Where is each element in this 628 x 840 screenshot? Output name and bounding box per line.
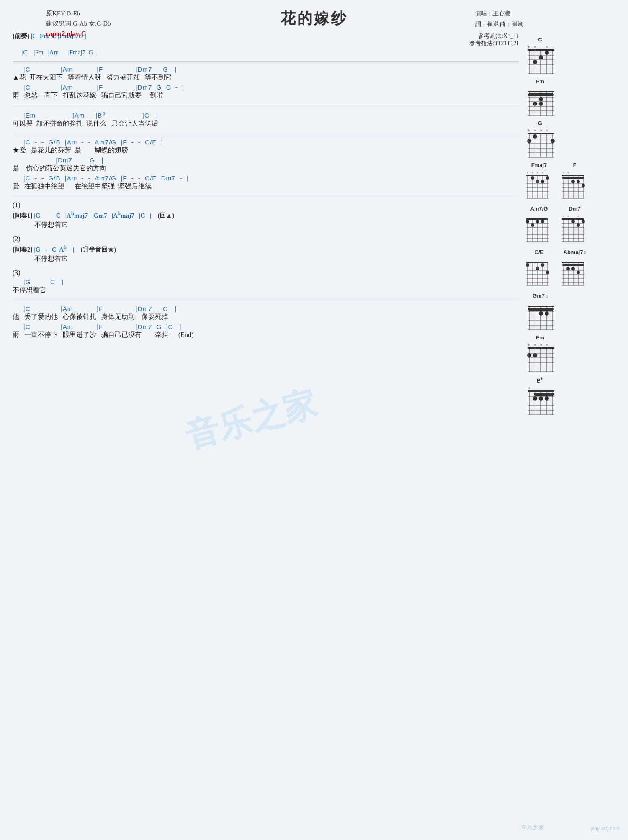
svg-point-66 <box>531 176 534 180</box>
svg-point-151 <box>566 267 570 270</box>
svg-rect-197 <box>534 393 554 396</box>
chord-name-G: G <box>538 120 542 126</box>
main-content: [前奏] |C |Fm |C |Fmaj7 G | 参考刷法:X↑_↑↓ 参考指… <box>13 32 615 416</box>
interlude2-block: (2) [间奏2] |G - C Ab | (升半音回★) 不停想着它 <box>13 235 519 263</box>
gm7-fret: 3 <box>546 294 548 298</box>
svg-text:o: o <box>540 343 542 347</box>
chorus-block: |C - - G/B |Am - - Am7/G |F - - C/E | ★爱… <box>13 139 519 191</box>
svg-rect-36 <box>528 133 554 134</box>
svg-text:x: x <box>562 171 564 174</box>
interlude3-num: (3) <box>13 269 519 277</box>
svg-text:o: o <box>542 171 543 174</box>
interlude1-return: (回▲) <box>153 212 174 219</box>
chord-name-CE: C/E <box>535 249 544 255</box>
svg-text:o: o <box>537 171 538 174</box>
meta-right: 演唱：王心凌 詞：崔崴 曲：崔崴 <box>475 8 524 29</box>
chord-name-F: F <box>573 162 577 168</box>
svg-text:o: o <box>534 128 536 132</box>
chorus-lyric2: 是 伤心的蒲公英迷失它的方向 <box>13 164 519 173</box>
capo-info: capo:2 play:C <box>46 28 111 39</box>
svg-rect-172 <box>528 347 554 349</box>
verse3-lyric1: 他 丢了爱的他 心像被针扎 身体无助到 像要死掉 <box>13 313 519 321</box>
svg-point-198 <box>533 396 537 401</box>
cd-container: C o o o <box>523 36 615 416</box>
interlude2-note: (升半音回★) <box>76 246 116 253</box>
svg-point-68 <box>541 180 544 183</box>
chord-diagram-Fm: Fm <box>523 78 557 117</box>
page: 音乐之家 原KEY:D-Eb 建议男调:G-Ab 女:C-Db capo:2 p… <box>0 0 628 840</box>
singer-label: 演唱：王心凌 <box>475 8 524 19</box>
prelude-label: [前奏] <box>13 33 29 39</box>
divider4 <box>13 197 519 197</box>
verse1-block: |C |Am |F |Dm7 G | ▲花 开在太阳下 等着情人呀 努力盛开却 … <box>13 66 519 100</box>
chord-row-am7g-dm7: Am7/G <box>523 206 590 244</box>
chord-diagram-Gm7: Gm7 3 <box>523 293 557 331</box>
svg-rect-107 <box>562 218 584 220</box>
svg-text:o: o <box>540 128 542 132</box>
chord-grid-Fm <box>523 85 557 117</box>
svg-point-121 <box>577 223 580 227</box>
chord-grid-Am7G <box>523 213 555 244</box>
svg-point-47 <box>533 134 537 139</box>
svg-rect-138 <box>562 262 584 263</box>
verse3-chord1: |C |Am |F |Dm7 G | <box>13 305 519 312</box>
svg-point-49 <box>551 139 555 143</box>
interlude2-label: [间奏2] <box>13 246 33 253</box>
svg-rect-28 <box>528 93 554 96</box>
chord-diagram-C: C o o o <box>523 36 557 75</box>
svg-point-48 <box>527 139 531 143</box>
svg-rect-3 <box>528 49 554 51</box>
svg-point-100 <box>526 220 529 223</box>
svg-point-86 <box>577 180 580 183</box>
divider3 <box>13 134 519 134</box>
chord-diagram-CE: C/E <box>523 249 555 288</box>
chord-grid-Em: o o o o <box>523 342 557 373</box>
verse2-lyric1: 可以哭 却还拼命的挣扎 说什么 只会让人当笑话 <box>13 119 519 128</box>
svg-text:o: o <box>534 45 536 49</box>
svg-text:o: o <box>546 128 548 132</box>
verse3-chord2: |C |Am |F |Dm7 G |C | <box>13 323 519 330</box>
svg-point-102 <box>541 220 544 223</box>
svg-point-183 <box>527 353 531 357</box>
svg-point-136 <box>541 263 544 267</box>
interlude1-num: (1) <box>13 201 519 209</box>
svg-point-135 <box>536 267 539 270</box>
svg-point-199 <box>539 396 543 401</box>
interlude3-chord: |G C | <box>13 278 519 285</box>
meta-left: 原KEY:D-Eb 建议男调:G-Ab 女:C-Db capo:2 play:C <box>46 8 111 39</box>
chorus-lyric1: ★爱 是花儿的芬芳 是 蝴蝶的翅膀 <box>13 146 519 155</box>
svg-point-134 <box>526 263 529 267</box>
svg-text:x: x <box>532 171 533 174</box>
svg-point-85 <box>571 180 575 183</box>
svg-point-69 <box>546 176 549 180</box>
interlude1-chords: |G C |Abmaj7 |Gm7 |Abmaj7 |G | <box>34 212 151 219</box>
chord-name-Bb: Bb <box>537 376 543 384</box>
chorus-lyric3: 爱 在孤独中绝望 在绝望中坚强 坚强后继续 <box>13 182 519 191</box>
interlude1-label: [间奏1] <box>13 212 33 219</box>
chord-grid-F: x x <box>559 169 590 200</box>
svg-text:x: x <box>567 171 569 174</box>
svg-point-166 <box>539 311 543 316</box>
chorus-chord2: |Dm7 G | <box>13 157 519 164</box>
chord-grid-CE <box>523 256 555 288</box>
verse1-lyric1: ▲花 开在太阳下 等着情人呀 努力盛开却 等不到它 <box>13 73 519 82</box>
svg-point-119 <box>571 220 575 223</box>
watermark-url: yinyuezj.com <box>591 826 620 832</box>
chord-name-Em: Em <box>536 334 544 341</box>
watermark-bottom: 音乐之家 <box>521 824 544 832</box>
chord-grid-Abmaj7 <box>559 256 590 288</box>
svg-rect-186 <box>528 390 554 392</box>
chord-name-C: C <box>538 36 542 43</box>
svg-point-120 <box>582 220 585 223</box>
svg-point-14 <box>545 51 549 55</box>
ref-strum: 参考刷法:X↑_↑↓ <box>469 32 519 40</box>
interlude3-lyric: 不停想着它 <box>13 286 519 295</box>
svg-rect-17 <box>528 91 554 92</box>
interlude2-chords: |G - C Ab | <box>34 246 74 253</box>
divider5 <box>13 301 519 301</box>
ref-strum-area: 参考刷法:X↑_↑↓ 参考指法:T121T121 <box>469 32 519 47</box>
svg-rect-88 <box>526 218 548 220</box>
svg-rect-154 <box>528 306 554 307</box>
abmaj7-fret: 2 <box>584 250 586 255</box>
ref-finger: 参考指法:T121T121 <box>469 40 519 47</box>
